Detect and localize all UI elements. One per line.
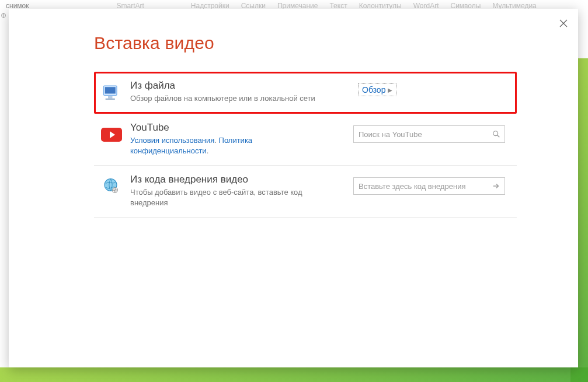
close-button[interactable] bbox=[557, 17, 570, 30]
svg-point-11 bbox=[116, 188, 117, 190]
svg-rect-5 bbox=[106, 99, 116, 100]
browse-button-label: Обзор bbox=[362, 85, 385, 94]
source-embed-code[interactable]: Из кода внедрения видео Чтобы добавить в… bbox=[94, 166, 517, 218]
browse-button[interactable]: Обзор ▶ bbox=[358, 83, 396, 96]
modal-title: Вставка видео bbox=[94, 33, 214, 53]
video-sources-list: Из файла Обзор файлов на компьютере или … bbox=[94, 72, 517, 218]
youtube-search-box[interactable] bbox=[353, 125, 505, 143]
ribbon-left-edge: Ф bbox=[0, 12, 7, 20]
source-youtube-title: YouTube bbox=[130, 122, 329, 134]
sep: . bbox=[214, 136, 218, 145]
source-from-file[interactable]: Из файла Обзор файлов на компьютере или … bbox=[94, 72, 517, 114]
slide-background-bottom bbox=[0, 367, 588, 382]
search-button[interactable] bbox=[488, 126, 505, 142]
svg-line-7 bbox=[497, 135, 500, 138]
svg-point-6 bbox=[493, 131, 498, 136]
embed-code-box[interactable] bbox=[353, 177, 505, 195]
chevron-right-icon: ▶ bbox=[388, 87, 392, 93]
insert-video-modal: Вставка видео Из файла Обзор файлов на к… bbox=[9, 9, 578, 367]
arrow-right-icon bbox=[492, 182, 500, 190]
close-icon bbox=[559, 19, 568, 27]
search-icon bbox=[492, 130, 500, 138]
source-embed-title: Из кода внедрения видео bbox=[130, 174, 329, 185]
youtube-terms-link[interactable]: Условия использования bbox=[130, 136, 214, 145]
source-youtube-desc: Условия использования. Политика конфиден… bbox=[130, 135, 329, 156]
trail: . bbox=[207, 146, 209, 155]
source-from-file-title: Из файла bbox=[130, 80, 329, 92]
source-from-file-desc: Обзор файлов на компьютере или в локальн… bbox=[130, 93, 329, 104]
svg-point-10 bbox=[113, 191, 114, 192]
globe-icon bbox=[100, 175, 123, 198]
embed-code-input[interactable] bbox=[354, 182, 488, 191]
youtube-icon bbox=[100, 123, 123, 146]
computer-icon bbox=[100, 81, 123, 104]
youtube-search-input[interactable] bbox=[354, 130, 488, 139]
svg-rect-4 bbox=[108, 96, 113, 99]
embed-submit-button[interactable] bbox=[488, 178, 505, 194]
source-embed-desc: Чтобы добавить видео с веб-сайта, вставь… bbox=[130, 187, 329, 208]
source-youtube[interactable]: YouTube Условия использования. Политика … bbox=[94, 114, 517, 166]
svg-rect-3 bbox=[105, 87, 116, 93]
